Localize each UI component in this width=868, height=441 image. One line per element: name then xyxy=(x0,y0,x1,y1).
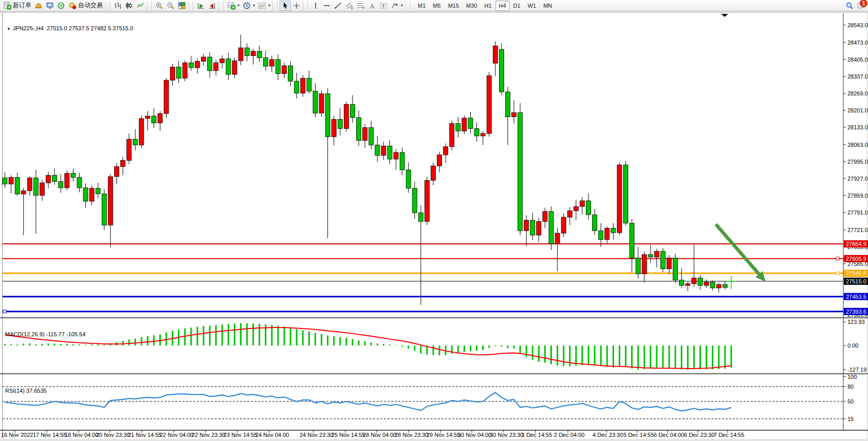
price-tick-label: 28269.0 xyxy=(847,90,868,97)
search-button[interactable] xyxy=(844,1,855,11)
time-tick-label: 6 Dec 23:30 xyxy=(684,432,714,438)
text-label-icon: T xyxy=(379,2,387,10)
chart-title: ▼JPN225-,H4 27515.0 27537.5 27482.5 2751… xyxy=(7,25,133,31)
svg-text:E: E xyxy=(351,6,354,9)
equidistant-channel-icon: E xyxy=(345,2,354,10)
zoom-in-button[interactable] xyxy=(154,1,165,11)
dropdown-arrow-icon: ▾ xyxy=(268,3,270,8)
time-tick-label: 28 Nov 04:00 xyxy=(363,432,396,438)
price-tick-label: 28133.0 xyxy=(847,124,868,130)
level-line-handle[interactable] xyxy=(836,257,839,260)
svg-text:A: A xyxy=(370,2,375,9)
templates-icon xyxy=(258,2,266,10)
time-tick-label: 2 Dec 04:00 xyxy=(554,432,584,438)
price-tick-label: 27859.0 xyxy=(847,193,868,199)
chat-icon: 1 xyxy=(857,2,865,10)
crosshair-button[interactable] xyxy=(291,1,302,11)
bar-chart-icon xyxy=(114,2,122,10)
toolbar-group-grip xyxy=(146,2,147,10)
chart-canvas[interactable]: 28543.028473.028405.028337.028269.028201… xyxy=(0,11,868,441)
text-button[interactable]: A xyxy=(366,1,378,11)
search-icon xyxy=(845,2,854,10)
periods-button[interactable]: ▾ xyxy=(241,1,256,11)
time-tick-label: 5 Dec 14:55 xyxy=(623,432,654,438)
macd-tick-label: 0.00 xyxy=(847,342,858,349)
svg-text:27546.8: 27546.8 xyxy=(846,270,866,276)
charts-profile-icon xyxy=(34,2,43,10)
price-tick-label: 28063.0 xyxy=(847,142,868,148)
chart-window[interactable]: 28543.028473.028405.028337.028269.028201… xyxy=(0,11,868,441)
auto-trading-button[interactable]: 自动交易 xyxy=(67,1,104,11)
new-order-button[interactable]: 新订单 xyxy=(2,1,33,11)
fibonacci-button[interactable]: F xyxy=(355,1,366,11)
toolbar-group-grip xyxy=(272,2,273,10)
time-tick-label: 30 Nov 23:30 xyxy=(490,432,523,438)
line-chart-button[interactable] xyxy=(135,1,146,11)
price-level-badge: 27393.6 xyxy=(844,308,868,315)
time-tick-label: 29 Nov 14:55 xyxy=(427,432,460,438)
templates-button[interactable]: ▾ xyxy=(256,1,272,11)
svg-text:27453.5: 27453.5 xyxy=(846,294,866,300)
price-level-badge: 27515.0 xyxy=(844,278,868,285)
charts-profile-button[interactable] xyxy=(33,1,44,11)
rsi-tick-label: 100 xyxy=(847,374,857,380)
cursor-button[interactable] xyxy=(280,1,291,11)
price-tick-label: 27721.0 xyxy=(847,227,868,233)
timeframe-mn-button[interactable]: MN xyxy=(540,1,556,11)
arrows-button[interactable]: ▾ xyxy=(389,1,404,11)
timeframe-m5-button[interactable]: M5 xyxy=(429,1,444,11)
price-tick-label: 28473.0 xyxy=(847,40,868,46)
equidistant-channel-button[interactable]: E xyxy=(344,1,355,11)
timeframe-h4-button[interactable]: H4 xyxy=(495,1,510,11)
price-tick-label: 28201.0 xyxy=(847,107,868,113)
text-label-button[interactable]: T xyxy=(378,1,389,11)
timeframe-h1-button[interactable]: H1 xyxy=(481,1,495,11)
trendline-button[interactable] xyxy=(333,1,344,11)
new-chart-button[interactable]: ▾ xyxy=(226,1,241,11)
horizontal-line-icon xyxy=(323,2,331,10)
horizontal-line-button[interactable] xyxy=(321,1,333,11)
svg-text:27664.9: 27664.9 xyxy=(846,241,866,247)
price-tick-label: 28543.0 xyxy=(847,22,868,28)
zoom-out-button[interactable] xyxy=(165,1,176,11)
auto-scroll-button[interactable] xyxy=(195,1,207,11)
toolbar-group-grip xyxy=(188,2,189,10)
chat-button[interactable]: 1 xyxy=(855,1,866,11)
fibonacci-icon: F xyxy=(357,2,365,10)
timeframe-w1-button[interactable]: W1 xyxy=(524,1,540,11)
vertical-line-button[interactable] xyxy=(310,1,321,11)
macd-tick-label: 123.93 xyxy=(847,319,865,325)
zoom-in-icon xyxy=(155,2,163,10)
time-axis[interactable]: 16 Nov 202217 Nov 14:5518 Nov 04:0020 No… xyxy=(1,430,744,438)
chevron-down-icon: ▼ xyxy=(7,27,11,31)
auto-trading-label: 自动交易 xyxy=(78,1,103,10)
price-tick-label: 28405.0 xyxy=(847,56,868,63)
rsi-tick-label: 80 xyxy=(847,384,854,390)
level-line-handle[interactable] xyxy=(3,310,6,313)
time-tick-label: 16 Nov 2022 xyxy=(1,432,33,438)
svg-text:F: F xyxy=(363,6,365,9)
timeframe-m30-button[interactable]: M30 xyxy=(463,1,481,11)
tile-windows-button[interactable] xyxy=(176,1,188,11)
timeframe-m15-button[interactable]: M15 xyxy=(445,1,463,11)
chart-shift-icon xyxy=(208,2,216,10)
navigator-icon xyxy=(57,2,65,10)
bar-chart-button[interactable] xyxy=(112,1,123,11)
line-chart-icon xyxy=(136,2,144,10)
price-level-badge: 27453.5 xyxy=(844,293,868,300)
toolbar-separator xyxy=(151,2,152,10)
chart-shift-button[interactable] xyxy=(207,1,218,11)
navigator-button[interactable] xyxy=(56,1,67,11)
time-tick-label: 18 Nov 04:00 xyxy=(65,432,98,438)
text-icon: A xyxy=(368,2,376,10)
rsi-indicator-label: RSI(14) 37.6535 xyxy=(5,388,47,394)
crosshair-icon xyxy=(292,2,301,10)
price-level-badge: 27605.9 xyxy=(844,255,868,262)
timeframe-d1-button[interactable]: D1 xyxy=(510,1,524,11)
market-watch-button[interactable] xyxy=(44,1,56,11)
toolbar-separator xyxy=(193,2,193,10)
candlestick-chart-button[interactable] xyxy=(123,1,135,11)
timeframe-m1-button[interactable]: M1 xyxy=(414,1,429,11)
time-tick-label: 1 Dec 14:55 xyxy=(522,432,552,438)
level-line-handle[interactable] xyxy=(836,272,839,275)
